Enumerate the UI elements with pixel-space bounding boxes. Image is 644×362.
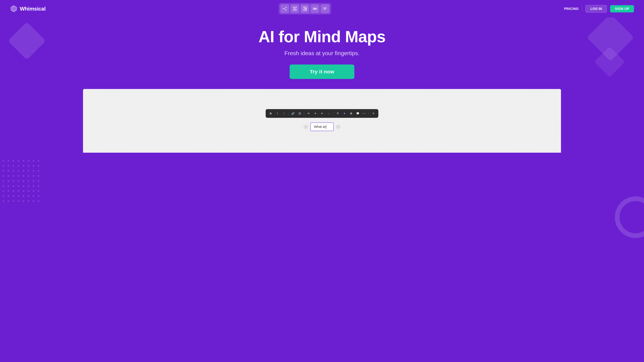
svg-point-72 [28, 190, 29, 192]
tool-flowchart[interactable] [290, 4, 299, 13]
svg-point-40 [28, 170, 29, 172]
hero-subtitle: Fresh ideas at your fingertips. [3, 50, 641, 56]
brand-name: Whimsical [20, 6, 46, 12]
pricing-link[interactable]: PRICING [564, 7, 579, 11]
toolbar-grid[interactable]: ⠿ [334, 110, 340, 116]
svg-point-48 [28, 175, 29, 177]
toolbar-sep-3 [333, 111, 333, 115]
toolbar-bold[interactable]: B [268, 110, 274, 116]
svg-point-39 [23, 170, 24, 172]
toolbar-copy[interactable]: ⧉ [348, 110, 354, 116]
svg-point-58 [38, 180, 40, 182]
tool-mind-map[interactable] [280, 4, 289, 13]
node-expand-right[interactable]: − [336, 124, 340, 129]
dots-pattern-left: // generate dots grid [0, 106, 40, 149]
toolbar-mention[interactable]: @ [297, 110, 303, 116]
svg-point-59 [2, 185, 4, 187]
svg-rect-13 [313, 8, 314, 9]
svg-point-52 [8, 180, 9, 182]
svg-point-54 [18, 180, 19, 182]
toolbar-italic[interactable]: I [274, 110, 280, 116]
svg-rect-11 [305, 7, 307, 8]
toolbar-ai-scissors[interactable]: ✂ [306, 110, 312, 116]
signup-button[interactable]: SIGN UP [610, 5, 634, 12]
toolbar-comment[interactable]: 💬 [355, 110, 361, 116]
svg-point-74 [38, 190, 40, 192]
svg-point-42 [38, 170, 40, 172]
text-cursor [326, 125, 326, 129]
svg-point-85 [12, 200, 14, 202]
svg-point-50 [38, 175, 40, 177]
svg-point-71 [23, 190, 24, 192]
tool-docs[interactable] [321, 4, 330, 13]
node-expand-left[interactable]: − [304, 124, 308, 129]
hero-section: // generate dots grid AI for Mind Maps F… [0, 17, 644, 166]
svg-point-70 [18, 190, 19, 192]
svg-point-56 [28, 180, 29, 182]
svg-point-38 [18, 170, 19, 172]
toolbar-corner-elbow[interactable]: ⌐ [326, 110, 332, 116]
svg-point-68 [8, 190, 9, 192]
nav-right: PRICING LOG IN SIGN UP [564, 5, 634, 12]
node-text: What ar [314, 125, 326, 129]
node-area: − What ar − [304, 122, 340, 131]
toolbar-connect[interactable]: ⚭ [312, 110, 318, 116]
svg-point-69 [12, 190, 14, 192]
hero-title: AI for Mind Maps [3, 27, 641, 46]
svg-point-78 [18, 195, 19, 197]
svg-point-88 [28, 200, 29, 202]
svg-point-55 [23, 180, 24, 182]
svg-point-49 [33, 175, 34, 177]
svg-point-61 [12, 185, 14, 187]
canvas-area[interactable]: B I ⋮ 🔗 @ ✂ ⚭ ↵ ⌐ ⠿ ✦ ⧉ 💬 ··· ✕ [83, 89, 561, 153]
svg-point-84 [8, 200, 9, 202]
svg-rect-8 [293, 9, 296, 10]
svg-point-87 [23, 200, 24, 202]
svg-point-86 [18, 200, 19, 202]
node-box[interactable]: What ar [310, 122, 334, 131]
svg-point-35 [2, 170, 4, 172]
toolbar-more[interactable]: ⋮ [281, 110, 287, 116]
svg-point-80 [28, 195, 29, 197]
svg-point-79 [23, 195, 24, 197]
svg-point-75 [2, 195, 4, 197]
svg-point-62 [18, 185, 19, 187]
svg-rect-7 [293, 7, 296, 8]
svg-point-51 [2, 180, 4, 182]
svg-point-63 [23, 185, 24, 187]
svg-point-43 [2, 175, 4, 177]
svg-rect-2 [283, 8, 284, 9]
toolbar-corner-bend[interactable]: ↵ [319, 110, 325, 116]
svg-rect-4 [286, 9, 286, 10]
canvas-toolbar: B I ⋮ 🔗 @ ✂ ⚭ ↵ ⌐ ⠿ ✦ ⧉ 💬 ··· ✕ [266, 109, 378, 118]
tool-diagram[interactable] [310, 4, 319, 13]
login-button[interactable]: LOG IN [586, 5, 607, 12]
navbar: Whimsical [0, 0, 644, 17]
svg-point-90 [38, 200, 40, 202]
canvas-container: B I ⋮ 🔗 @ ✂ ⚭ ↵ ⌐ ⠿ ✦ ⧉ 💬 ··· ✕ [3, 89, 641, 153]
logo-area: Whimsical [10, 5, 46, 12]
svg-point-65 [33, 185, 34, 187]
svg-point-53 [12, 180, 14, 182]
svg-point-73 [33, 190, 34, 192]
svg-point-91 [617, 199, 644, 236]
toolbar-sep-4 [369, 111, 369, 115]
toolbar-sparkle[interactable]: ✦ [341, 110, 347, 116]
tool-wireframe[interactable] [300, 4, 309, 13]
try-it-now-button[interactable]: Try it now [290, 64, 354, 79]
svg-rect-12 [305, 9, 307, 10]
svg-point-81 [33, 195, 34, 197]
svg-point-44 [8, 175, 9, 177]
toolbar-close[interactable]: ✕ [370, 110, 376, 116]
svg-point-66 [38, 185, 40, 187]
svg-point-76 [8, 195, 9, 197]
svg-line-6 [284, 9, 286, 10]
svg-rect-3 [286, 7, 286, 8]
svg-rect-10 [303, 7, 305, 10]
svg-point-89 [33, 200, 34, 202]
svg-point-36 [8, 170, 9, 172]
svg-line-5 [284, 7, 286, 9]
svg-point-67 [2, 190, 4, 192]
toolbar-link[interactable]: 🔗 [290, 110, 296, 116]
toolbar-ellipsis[interactable]: ··· [362, 110, 368, 116]
